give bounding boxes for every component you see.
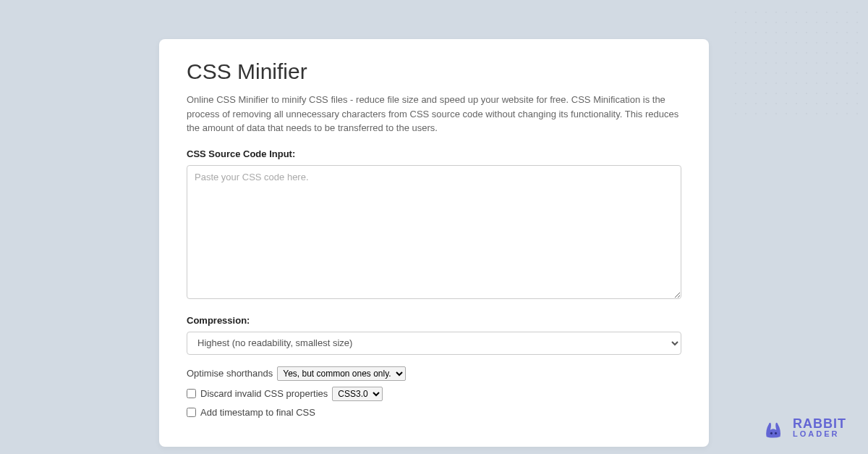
- rabbit-icon: [761, 413, 788, 441]
- source-code-label: CSS Source Code Input:: [187, 148, 681, 159]
- optimise-row: Optimise shorthands Yes, but common ones…: [187, 366, 681, 381]
- discard-checkbox[interactable]: [187, 389, 196, 398]
- timestamp-checkbox[interactable]: [187, 408, 196, 417]
- logo-text: RABBIT LOADER: [793, 417, 846, 438]
- page-description: Online CSS Minifier to minify CSS files …: [187, 93, 681, 135]
- discard-select[interactable]: CSS3.0: [332, 387, 383, 401]
- compression-label: Compression:: [187, 315, 681, 326]
- discard-row: Discard invalid CSS properties CSS3.0: [187, 387, 681, 401]
- page-title: CSS Minifier: [187, 59, 681, 84]
- decorative-dots: [731, 7, 861, 123]
- svg-point-0: [770, 432, 773, 434]
- optimise-select[interactable]: Yes, but common ones only.: [277, 366, 406, 381]
- minifier-card: CSS Minifier Online CSS Minifier to mini…: [159, 39, 709, 447]
- svg-point-1: [775, 432, 777, 434]
- source-code-input[interactable]: [187, 165, 681, 299]
- logo-line2: LOADER: [793, 430, 846, 438]
- rabbit-loader-logo: RABBIT LOADER: [761, 413, 846, 441]
- timestamp-row: Add timestamp to final CSS: [187, 407, 681, 418]
- logo-line1: RABBIT: [793, 417, 846, 430]
- compression-select[interactable]: Highest (no readability, smallest size): [187, 332, 681, 355]
- timestamp-label: Add timestamp to final CSS: [200, 407, 315, 418]
- optimise-label: Optimise shorthands: [187, 368, 273, 379]
- discard-label: Discard invalid CSS properties: [200, 388, 328, 399]
